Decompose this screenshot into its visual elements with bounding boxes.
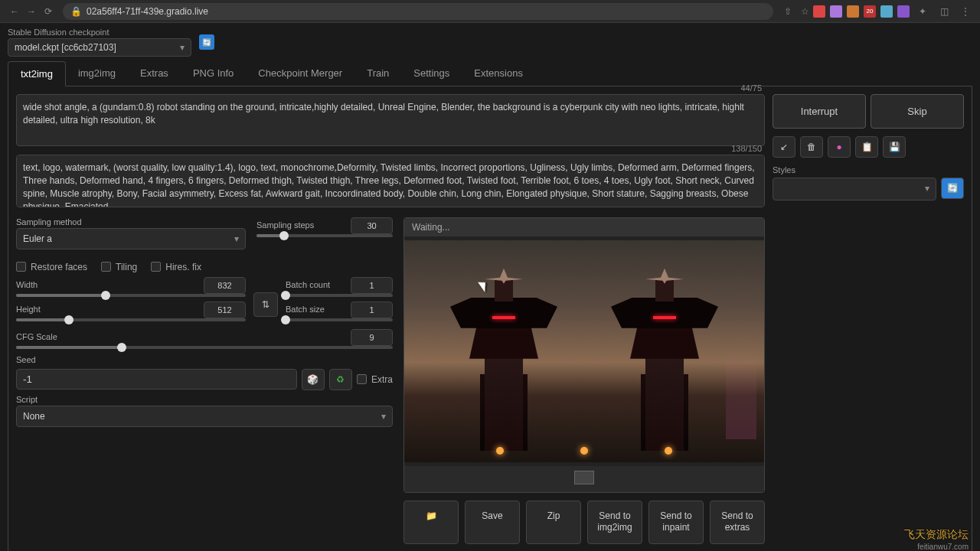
lock-icon: 🔒 bbox=[70, 6, 82, 17]
restore-faces-checkbox[interactable]: Restore faces bbox=[16, 262, 87, 272]
prompt-counter: 44/75 bbox=[740, 83, 762, 93]
tiling-checkbox[interactable]: Tiling bbox=[101, 262, 137, 272]
share-icon[interactable]: ⇧ bbox=[779, 3, 796, 20]
negative-prompt-input[interactable] bbox=[16, 155, 765, 207]
browser-toolbar: ← → ⟳ 🔒 02a56ff4-71ff-439e.gradio.live ⇧… bbox=[0, 0, 980, 23]
extension-icons: 20 ✦ ◫ ⋮ bbox=[813, 3, 974, 20]
arrow-icon[interactable]: ↙ bbox=[773, 136, 795, 158]
reload-button[interactable]: ⟳ bbox=[40, 3, 57, 20]
main-tabs: txt2img img2img Extras PNG Info Checkpoi… bbox=[8, 61, 972, 86]
sidepanel-icon[interactable]: ◫ bbox=[936, 3, 952, 20]
script-select[interactable]: None bbox=[16, 406, 393, 427]
style-apply-icon[interactable]: ● bbox=[828, 136, 851, 158]
zip-button[interactable]: Zip bbox=[526, 500, 581, 544]
cfg-scale-value[interactable] bbox=[351, 329, 393, 346]
batch-count-value[interactable] bbox=[351, 277, 393, 294]
skip-button[interactable]: Skip bbox=[871, 94, 964, 129]
ext-icon[interactable] bbox=[847, 5, 859, 18]
back-button[interactable]: ← bbox=[6, 3, 23, 20]
open-folder-button[interactable]: 📁 bbox=[403, 500, 459, 544]
random-seed-button[interactable]: 🎲 bbox=[302, 369, 325, 390]
tab-train[interactable]: Train bbox=[354, 61, 401, 86]
sampling-steps-slider[interactable] bbox=[256, 234, 393, 237]
interrupt-button[interactable]: Interrupt bbox=[773, 94, 866, 129]
prompt-input[interactable] bbox=[16, 94, 765, 146]
batch-size-label: Batch size bbox=[286, 305, 325, 314]
swap-dimensions-button[interactable]: ⇅ bbox=[253, 292, 278, 317]
url-bar[interactable]: 🔒 02a56ff4-71ff-439e.gradio.live bbox=[63, 3, 773, 20]
ext-icon[interactable] bbox=[880, 5, 893, 18]
checkpoint-label: Stable Diffusion checkpoint bbox=[8, 28, 191, 37]
send-to-extras-button[interactable]: Send to extras bbox=[710, 500, 765, 544]
refresh-checkpoint-button[interactable]: 🔄 bbox=[199, 34, 214, 50]
tab-pnginfo[interactable]: PNG Info bbox=[181, 61, 246, 86]
bookmark-icon[interactable]: ☆ bbox=[796, 3, 813, 20]
ext-icon[interactable] bbox=[813, 5, 825, 18]
preview-status: Waiting... bbox=[412, 222, 450, 233]
reuse-seed-button[interactable]: ♻ bbox=[329, 369, 352, 390]
url-text: 02a56ff4-71ff-439e.gradio.live bbox=[87, 6, 208, 17]
checkpoint-select[interactable]: model.ckpt [cc6cb27103] bbox=[8, 38, 191, 57]
trash-icon[interactable]: 🗑 bbox=[800, 136, 823, 158]
tab-txt2img[interactable]: txt2img bbox=[8, 61, 66, 86]
batch-size-value[interactable] bbox=[351, 302, 393, 318]
batch-count-slider[interactable] bbox=[286, 294, 393, 297]
batch-count-label: Batch count bbox=[286, 280, 330, 289]
width-label: Width bbox=[16, 280, 38, 289]
menu-icon[interactable]: ⋮ bbox=[957, 3, 974, 20]
cfg-scale-label: CFG Scale bbox=[16, 332, 57, 341]
watermark-text: 飞天资源论坛 bbox=[904, 528, 969, 542]
seed-input[interactable] bbox=[16, 369, 297, 390]
save-style-icon[interactable]: 💾 bbox=[883, 136, 906, 158]
thumbnail[interactable] bbox=[574, 471, 594, 484]
clipboard-icon[interactable]: 📋 bbox=[855, 136, 878, 158]
preview-panel: Waiting... ✕ bbox=[403, 217, 765, 493]
send-to-inpaint-button[interactable]: Send to inpaint bbox=[648, 500, 704, 544]
batch-size-slider[interactable] bbox=[286, 318, 393, 321]
sampling-method-select[interactable]: Euler a bbox=[16, 228, 246, 249]
width-value[interactable] bbox=[204, 277, 246, 294]
width-slider[interactable] bbox=[16, 294, 246, 297]
watermark-url: feitianwu7.com bbox=[917, 543, 969, 551]
ext-icon[interactable] bbox=[830, 5, 842, 18]
refresh-styles-button[interactable]: 🔄 bbox=[941, 178, 964, 199]
script-label: Script bbox=[16, 395, 393, 404]
preview-image: ✕ bbox=[404, 236, 764, 466]
sampling-steps-value[interactable] bbox=[351, 217, 393, 234]
sampling-steps-label: Sampling steps bbox=[256, 220, 314, 230]
sampling-method-label: Sampling method bbox=[16, 217, 246, 227]
cfg-scale-slider[interactable] bbox=[16, 346, 393, 349]
send-to-img2img-button[interactable]: Send to img2img bbox=[587, 500, 642, 544]
seed-extra-checkbox[interactable]: Extra bbox=[357, 374, 393, 385]
tab-extras[interactable]: Extras bbox=[128, 61, 181, 86]
thumbnail-strip bbox=[404, 466, 764, 492]
save-button[interactable]: Save bbox=[465, 500, 520, 544]
tab-img2img[interactable]: img2img bbox=[66, 61, 128, 86]
negative-prompt-counter: 138/150 bbox=[731, 144, 762, 153]
forward-button[interactable]: → bbox=[23, 3, 40, 20]
height-value[interactable] bbox=[204, 302, 246, 318]
tab-extensions[interactable]: Extensions bbox=[462, 61, 535, 86]
ext-icon-badge[interactable]: 20 bbox=[864, 5, 876, 18]
styles-label: Styles bbox=[773, 165, 964, 174]
hires-fix-checkbox[interactable]: Hires. fix bbox=[151, 262, 201, 272]
styles-select[interactable] bbox=[773, 178, 936, 201]
tab-checkpoint-merger[interactable]: Checkpoint Merger bbox=[246, 61, 354, 86]
seed-label: Seed bbox=[16, 355, 393, 364]
extensions-icon[interactable]: ✦ bbox=[914, 3, 931, 20]
height-slider[interactable] bbox=[16, 318, 246, 321]
tab-settings[interactable]: Settings bbox=[401, 61, 462, 86]
ext-icon[interactable] bbox=[897, 5, 910, 18]
height-label: Height bbox=[16, 305, 41, 314]
